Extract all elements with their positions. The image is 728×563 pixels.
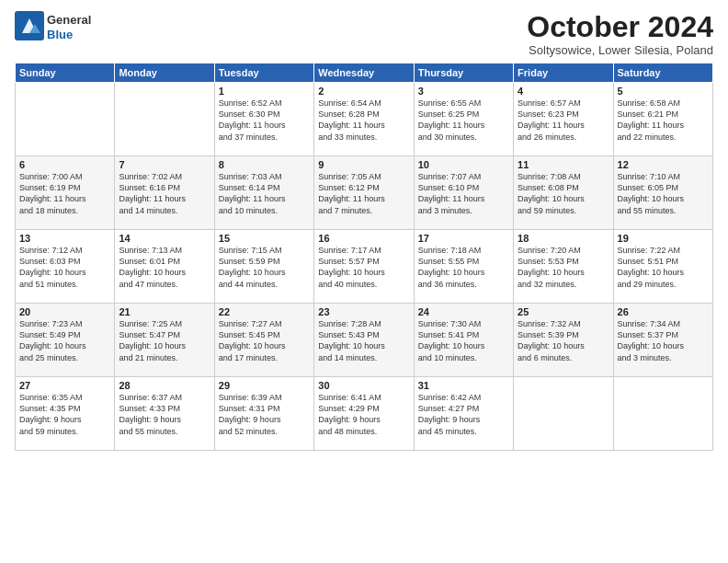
day-detail: Sunrise: 7:34 AM Sunset: 5:37 PM Dayligh… xyxy=(618,318,709,363)
day-header-wednesday: Wednesday xyxy=(314,63,414,83)
day-detail: Sunrise: 6:57 AM Sunset: 6:23 PM Dayligh… xyxy=(518,98,609,143)
day-header-tuesday: Tuesday xyxy=(214,63,313,83)
day-number: 26 xyxy=(618,306,709,317)
day-number: 20 xyxy=(19,306,110,317)
day-header-saturday: Saturday xyxy=(613,63,712,83)
day-detail: Sunrise: 7:08 AM Sunset: 6:08 PM Dayligh… xyxy=(518,171,609,216)
day-detail: Sunrise: 6:35 AM Sunset: 4:35 PM Dayligh… xyxy=(19,392,110,437)
day-number: 19 xyxy=(618,233,709,244)
calendar-cell: 15Sunrise: 7:15 AM Sunset: 5:59 PM Dayli… xyxy=(214,230,313,304)
day-number: 21 xyxy=(119,306,210,317)
day-number: 18 xyxy=(518,233,609,244)
calendar-cell: 25Sunrise: 7:32 AM Sunset: 5:39 PM Dayli… xyxy=(514,304,613,377)
calendar-cell: 1Sunrise: 6:52 AM Sunset: 6:30 PM Daylig… xyxy=(214,83,313,156)
day-detail: Sunrise: 6:42 AM Sunset: 4:27 PM Dayligh… xyxy=(418,392,509,437)
calendar-cell: 11Sunrise: 7:08 AM Sunset: 6:08 PM Dayli… xyxy=(514,156,613,230)
day-number: 6 xyxy=(19,159,110,170)
day-detail: Sunrise: 6:54 AM Sunset: 6:28 PM Dayligh… xyxy=(318,98,409,143)
calendar-week-1: 1Sunrise: 6:52 AM Sunset: 6:30 PM Daylig… xyxy=(16,83,713,156)
day-header-friday: Friday xyxy=(514,63,613,83)
calendar: SundayMondayTuesdayWednesdayThursdayFrid… xyxy=(15,63,713,451)
calendar-cell: 13Sunrise: 7:12 AM Sunset: 6:03 PM Dayli… xyxy=(16,230,115,304)
calendar-week-5: 27Sunrise: 6:35 AM Sunset: 4:35 PM Dayli… xyxy=(16,377,713,451)
calendar-cell: 18Sunrise: 7:20 AM Sunset: 5:53 PM Dayli… xyxy=(514,230,613,304)
day-number: 29 xyxy=(219,380,310,391)
calendar-cell: 24Sunrise: 7:30 AM Sunset: 5:41 PM Dayli… xyxy=(414,304,513,377)
calendar-cell: 29Sunrise: 6:39 AM Sunset: 4:31 PM Dayli… xyxy=(214,377,313,451)
calendar-cell xyxy=(514,377,613,451)
calendar-cell: 8Sunrise: 7:03 AM Sunset: 6:14 PM Daylig… xyxy=(214,156,313,230)
day-number: 13 xyxy=(19,233,110,244)
calendar-cell: 2Sunrise: 6:54 AM Sunset: 6:28 PM Daylig… xyxy=(314,83,414,156)
calendar-cell: 4Sunrise: 6:57 AM Sunset: 6:23 PM Daylig… xyxy=(514,83,613,156)
calendar-cell: 7Sunrise: 7:02 AM Sunset: 6:16 PM Daylig… xyxy=(115,156,214,230)
day-detail: Sunrise: 7:25 AM Sunset: 5:47 PM Dayligh… xyxy=(119,318,210,363)
logo-general: General xyxy=(47,13,91,28)
title-block: October 2024 Soltysowice, Lower Silesia,… xyxy=(527,11,713,57)
day-detail: Sunrise: 7:13 AM Sunset: 6:01 PM Dayligh… xyxy=(119,245,210,290)
day-detail: Sunrise: 7:10 AM Sunset: 6:05 PM Dayligh… xyxy=(618,171,709,216)
day-detail: Sunrise: 6:39 AM Sunset: 4:31 PM Dayligh… xyxy=(219,392,310,437)
calendar-cell: 22Sunrise: 7:27 AM Sunset: 5:45 PM Dayli… xyxy=(214,304,313,377)
day-detail: Sunrise: 7:05 AM Sunset: 6:12 PM Dayligh… xyxy=(318,171,409,216)
calendar-cell: 5Sunrise: 6:58 AM Sunset: 6:21 PM Daylig… xyxy=(613,83,712,156)
logo-blue: Blue xyxy=(47,28,91,42)
day-number: 1 xyxy=(219,86,310,97)
calendar-cell: 16Sunrise: 7:17 AM Sunset: 5:57 PM Dayli… xyxy=(314,230,414,304)
day-number: 3 xyxy=(418,86,509,97)
calendar-cell: 14Sunrise: 7:13 AM Sunset: 6:01 PM Dayli… xyxy=(115,230,214,304)
header: General Blue October 2024 Soltysowice, L… xyxy=(15,11,713,57)
day-number: 15 xyxy=(219,233,310,244)
calendar-cell: 20Sunrise: 7:23 AM Sunset: 5:49 PM Dayli… xyxy=(16,304,115,377)
page: General Blue October 2024 Soltysowice, L… xyxy=(0,0,728,563)
day-number: 27 xyxy=(19,380,110,391)
day-header-thursday: Thursday xyxy=(414,63,513,83)
day-number: 17 xyxy=(418,233,509,244)
day-detail: Sunrise: 7:30 AM Sunset: 5:41 PM Dayligh… xyxy=(418,318,509,363)
day-number: 16 xyxy=(318,233,409,244)
day-detail: Sunrise: 7:00 AM Sunset: 6:19 PM Dayligh… xyxy=(19,171,110,216)
day-number: 4 xyxy=(518,86,609,97)
day-detail: Sunrise: 7:15 AM Sunset: 5:59 PM Dayligh… xyxy=(219,245,310,290)
calendar-week-2: 6Sunrise: 7:00 AM Sunset: 6:19 PM Daylig… xyxy=(16,156,713,230)
logo-text: General Blue xyxy=(47,13,91,41)
calendar-cell: 28Sunrise: 6:37 AM Sunset: 4:33 PM Dayli… xyxy=(115,377,214,451)
day-detail: Sunrise: 6:52 AM Sunset: 6:30 PM Dayligh… xyxy=(219,98,310,143)
day-number: 14 xyxy=(119,233,210,244)
day-detail: Sunrise: 6:55 AM Sunset: 6:25 PM Dayligh… xyxy=(418,98,509,143)
day-detail: Sunrise: 6:58 AM Sunset: 6:21 PM Dayligh… xyxy=(618,98,709,143)
day-number: 10 xyxy=(418,159,509,170)
day-detail: Sunrise: 7:07 AM Sunset: 6:10 PM Dayligh… xyxy=(418,171,509,216)
day-detail: Sunrise: 7:20 AM Sunset: 5:53 PM Dayligh… xyxy=(518,245,609,290)
day-header-monday: Monday xyxy=(115,63,214,83)
logo: General Blue xyxy=(15,11,91,44)
calendar-cell: 27Sunrise: 6:35 AM Sunset: 4:35 PM Dayli… xyxy=(16,377,115,451)
day-header-sunday: Sunday xyxy=(16,63,115,83)
day-detail: Sunrise: 7:28 AM Sunset: 5:43 PM Dayligh… xyxy=(318,318,409,363)
day-detail: Sunrise: 7:22 AM Sunset: 5:51 PM Dayligh… xyxy=(618,245,709,290)
day-detail: Sunrise: 7:03 AM Sunset: 6:14 PM Dayligh… xyxy=(219,171,310,216)
location: Soltysowice, Lower Silesia, Poland xyxy=(527,43,713,57)
day-detail: Sunrise: 7:17 AM Sunset: 5:57 PM Dayligh… xyxy=(318,245,409,290)
logo-icon xyxy=(15,11,44,40)
day-number: 22 xyxy=(219,306,310,317)
calendar-cell: 10Sunrise: 7:07 AM Sunset: 6:10 PM Dayli… xyxy=(414,156,513,230)
calendar-cell: 21Sunrise: 7:25 AM Sunset: 5:47 PM Dayli… xyxy=(115,304,214,377)
day-number: 28 xyxy=(119,380,210,391)
day-number: 31 xyxy=(418,380,509,391)
day-detail: Sunrise: 6:41 AM Sunset: 4:29 PM Dayligh… xyxy=(318,392,409,437)
day-detail: Sunrise: 7:12 AM Sunset: 6:03 PM Dayligh… xyxy=(19,245,110,290)
calendar-cell: 19Sunrise: 7:22 AM Sunset: 5:51 PM Dayli… xyxy=(613,230,712,304)
day-number: 7 xyxy=(119,159,210,170)
day-detail: Sunrise: 6:37 AM Sunset: 4:33 PM Dayligh… xyxy=(119,392,210,437)
day-number: 24 xyxy=(418,306,509,317)
calendar-week-3: 13Sunrise: 7:12 AM Sunset: 6:03 PM Dayli… xyxy=(16,230,713,304)
calendar-cell: 17Sunrise: 7:18 AM Sunset: 5:55 PM Dayli… xyxy=(414,230,513,304)
day-number: 2 xyxy=(318,86,409,97)
day-detail: Sunrise: 7:27 AM Sunset: 5:45 PM Dayligh… xyxy=(219,318,310,363)
day-detail: Sunrise: 7:23 AM Sunset: 5:49 PM Dayligh… xyxy=(19,318,110,363)
day-number: 11 xyxy=(518,159,609,170)
day-number: 12 xyxy=(618,159,709,170)
day-number: 30 xyxy=(318,380,409,391)
calendar-cell xyxy=(613,377,712,451)
